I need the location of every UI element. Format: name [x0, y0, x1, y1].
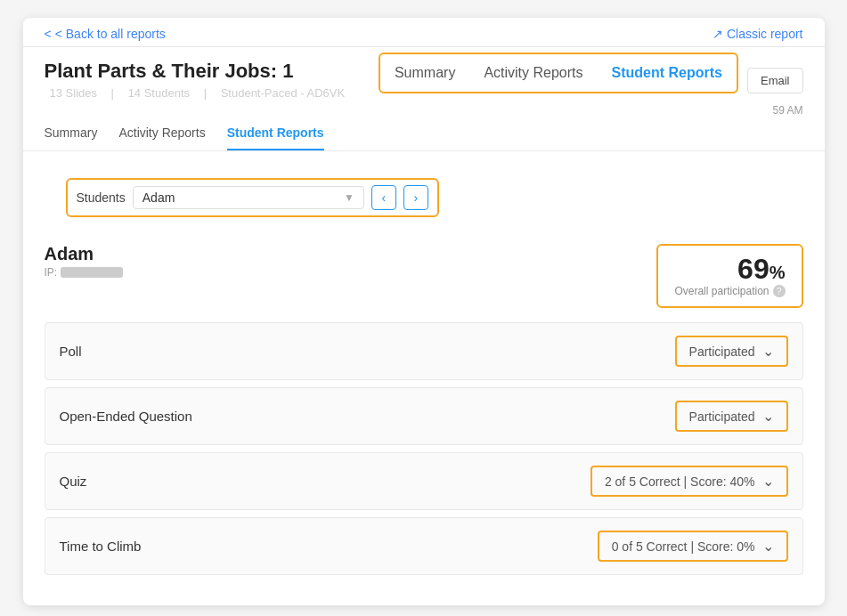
students-count: 14 Students [128, 86, 190, 100]
student-name: Adam [45, 244, 124, 264]
activity-status-quiz[interactable]: 2 of 5 Correct | Score: 40% ⌄ [590, 466, 788, 497]
activity-row-time-to-climb: Time to Climb 0 of 5 Correct | Score: 0%… [45, 517, 803, 575]
timestamp: 59 AM [772, 104, 802, 117]
student-ip: IP: [45, 266, 124, 279]
participation-box: 69% Overall participation ? [656, 244, 802, 308]
participation-label: Overall participation ? [674, 285, 785, 297]
sec-tab-activity-reports[interactable]: Activity Reports [118, 126, 205, 150]
prev-student-button[interactable]: ‹ [371, 185, 396, 210]
subtitle: 13 Slides | 14 Students | Student-Paced … [45, 86, 351, 100]
selected-student-name: Adam [143, 190, 338, 205]
activity-status-text-poll: Participated [689, 344, 755, 359]
activity-status-text-open-ended: Participated [689, 409, 755, 424]
student-dropdown[interactable]: Adam ▼ [133, 186, 364, 209]
activity-row-open-ended: Open-Ended Question Participated ⌄ [45, 387, 803, 445]
help-icon[interactable]: ? [773, 285, 786, 297]
back-link-text: < Back to all reports [55, 27, 166, 41]
dropdown-arrow-icon: ▼ [344, 191, 354, 204]
students-label: Students [77, 190, 126, 205]
activity-status-open-ended[interactable]: Participated ⌄ [675, 401, 788, 432]
email-button[interactable]: Email [747, 68, 803, 93]
activity-status-text-time-to-climb: 0 of 5 Correct | Score: 0% [612, 539, 755, 554]
activity-row-poll: Poll Participated ⌄ [45, 322, 803, 380]
external-link-icon: ↗ [713, 27, 723, 41]
activity-status-time-to-climb[interactable]: 0 of 5 Correct | Score: 0% ⌄ [598, 531, 788, 562]
sec-tab-student-reports[interactable]: Student Reports [227, 126, 324, 150]
classic-report-label: Classic report [727, 27, 803, 41]
slides-count: 13 Slides [50, 86, 97, 100]
activity-status-poll[interactable]: Participated ⌄ [675, 336, 788, 367]
back-arrow-icon: < [45, 27, 52, 41]
sec-tab-summary[interactable]: Summary [45, 126, 98, 150]
chevron-right-icon: › [413, 190, 418, 205]
chevron-down-icon-poll: ⌄ [762, 343, 774, 360]
activity-name-quiz: Quiz [60, 474, 87, 489]
chevron-down-icon-time-to-climb: ⌄ [762, 538, 774, 555]
pacing-info: Student-Paced - AD6VK [221, 86, 345, 100]
activity-name-time-to-climb: Time to Climb [60, 539, 142, 554]
page-title: Plant Parts & Their Jobs: 1 [45, 60, 351, 83]
classic-report-link[interactable]: ↗ Classic report [713, 27, 803, 41]
activity-status-text-quiz: 2 of 5 Correct | Score: 40% [605, 474, 755, 489]
chevron-left-icon: ‹ [381, 190, 386, 205]
activities-section: Poll Participated ⌄ Open-Ended Question … [23, 322, 825, 575]
ip-address-blurred [61, 267, 123, 278]
tab-activity-reports-highlight[interactable]: Activity Reports [484, 61, 582, 85]
participation-percentage: 69% [674, 255, 785, 283]
chevron-down-icon-open-ended: ⌄ [762, 408, 774, 425]
tab-summary-highlight[interactable]: Summary [395, 61, 455, 85]
back-to-reports-link[interactable]: < < Back to all reports [45, 27, 166, 41]
student-selector: Students Adam ▼ ‹ › [66, 178, 439, 217]
tab-highlight-box: Summary Activity Reports Student Reports [379, 53, 738, 93]
activity-name-poll: Poll [60, 344, 82, 359]
next-student-button[interactable]: › [403, 185, 428, 210]
tab-student-reports-highlight[interactable]: Student Reports [612, 61, 722, 85]
activity-row-quiz: Quiz 2 of 5 Correct | Score: 40% ⌄ [45, 452, 803, 510]
secondary-tabs: Summary Activity Reports Student Reports [23, 117, 825, 151]
activity-name-open-ended: Open-Ended Question [60, 409, 192, 424]
chevron-down-icon-quiz: ⌄ [762, 473, 774, 490]
